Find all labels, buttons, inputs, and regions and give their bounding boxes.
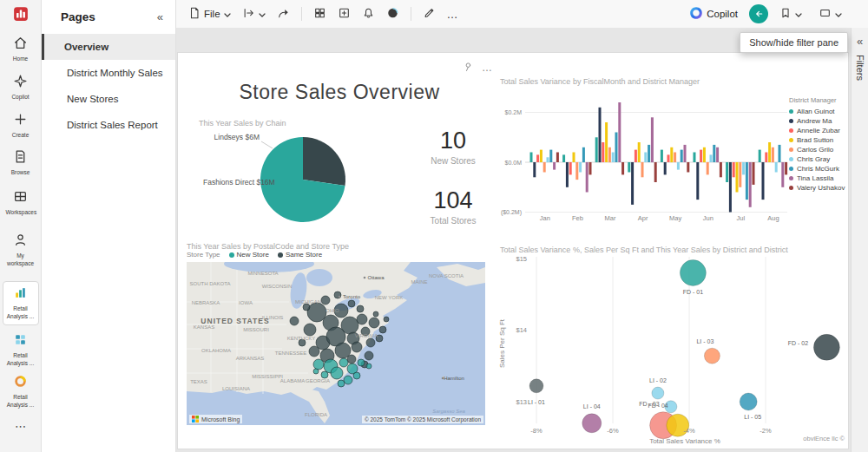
svg-text:Jan: Jan: [540, 214, 550, 222]
bookmarks-button[interactable]: [774, 3, 807, 24]
pencil-icon: [423, 7, 436, 21]
legend-item[interactable]: Allan Guinot: [789, 107, 850, 116]
app-grid-icon: [13, 332, 28, 350]
export-button[interactable]: [237, 3, 271, 24]
legend-label: Same Store: [286, 251, 322, 259]
add-box-icon: [338, 7, 351, 21]
svg-text:Jun: Jun: [703, 214, 713, 222]
svg-text:($0.2M): ($0.2M): [501, 209, 522, 216]
svg-text:Lindseys $6M: Lindseys $6M: [214, 133, 260, 141]
nav-more-button[interactable]: ⋯: [15, 420, 26, 433]
edit-button[interactable]: [418, 3, 441, 24]
add-button[interactable]: [332, 3, 356, 24]
nav-report-retail-analysis-2[interactable]: Retail Analysis ...: [1, 332, 41, 368]
toolbar-right-group: Copilot: [684, 3, 861, 25]
svg-text:MISSISSIPPI: MISSISSIPPI: [252, 374, 283, 379]
scatter-chart[interactable]: LI - 01LI - 04LI - 02FD - 03FD - 04FD - …: [496, 252, 846, 445]
svg-text:Jul: Jul: [737, 214, 746, 222]
bell-icon: [362, 7, 375, 21]
page-item-overview[interactable]: Overview: [42, 34, 175, 60]
legend-label: Chris McGurk: [797, 165, 839, 173]
nav-report-retail-analysis-1[interactable]: Retail Analysis ...: [3, 281, 39, 325]
nav-report-retail-analysis-3[interactable]: Retail Analysis ...: [1, 374, 41, 409]
svg-text:MICHIGAN: MICHIGAN: [295, 299, 321, 305]
page-item-district-monthly-sales[interactable]: District Monthly Sales: [42, 60, 175, 86]
legend-item[interactable]: Carlos Grilo: [789, 145, 850, 154]
column-chart[interactable]: $0.2M$0.0M($0.2M)JanFebMarAprMayJunJulAu…: [487, 86, 789, 232]
svg-text:VIRGINIA: VIRGINIA: [355, 333, 378, 338]
pages-pane: Pages « Overview District Monthly Sales …: [42, 0, 176, 452]
nav-create[interactable]: Create: [1, 112, 41, 140]
legend-label: Brad Sutton: [797, 136, 833, 144]
filters-pane-label[interactable]: Filters: [855, 55, 865, 81]
nav-browse[interactable]: Browse: [1, 149, 41, 177]
svg-text:Mar: Mar: [605, 214, 616, 222]
legend-item[interactable]: Brad Sutton: [789, 135, 850, 145]
screen-rect-icon: [819, 7, 832, 21]
pin-icon[interactable]: [463, 60, 473, 75]
map-attribution: © 2025 TomTom © 2025 Microsoft Corporati…: [362, 416, 483, 423]
map-legend-new-store[interactable]: New Store: [229, 251, 269, 259]
file-menu-button[interactable]: File: [183, 3, 236, 24]
view-grid-button[interactable]: [308, 3, 332, 24]
teal-arrow-badge[interactable]: [749, 4, 768, 23]
bing-logo[interactable]: Microsoft Bing: [189, 415, 242, 423]
nav-workspaces[interactable]: Workspaces: [1, 189, 41, 217]
visual-more-icon[interactable]: …: [482, 62, 492, 74]
more-options-button[interactable]: …: [442, 4, 464, 24]
document-icon: [13, 149, 28, 167]
legend-item[interactable]: Andrew Ma: [789, 116, 850, 126]
copilot-button[interactable]: Copilot: [684, 3, 743, 25]
nav-copilot[interactable]: Copilot: [1, 74, 41, 102]
toolbar-divider: [411, 7, 411, 21]
collapse-pages-icon[interactable]: «: [157, 10, 163, 23]
svg-text:Aug: Aug: [767, 214, 779, 222]
powerbi-logo[interactable]: [13, 6, 29, 25]
chevron-down-icon: [224, 9, 231, 19]
legend-label: Tina Lassila: [797, 174, 833, 182]
file-menu-label: File: [204, 9, 220, 19]
powerbi-logo-icon: [13, 6, 29, 22]
legend-item[interactable]: Chris McGurk: [789, 164, 850, 174]
sales-map[interactable]: MINNESOTASOUTH DAKOTAWISCONSINMICHIGANIO…: [187, 262, 485, 425]
svg-text:FD - 04: FD - 04: [648, 403, 667, 409]
svg-text:FD - 01: FD - 01: [683, 289, 703, 295]
map-title: This Year Sales by PostalCode and Store …: [187, 242, 349, 251]
legend-label: Andrew Ma: [797, 117, 832, 125]
map-canvas[interactable]: MINNESOTASOUTH DAKOTAWISCONSINMICHIGANIO…: [187, 262, 485, 425]
svg-text:OHIO: OHIO: [326, 308, 339, 313]
svg-text:LI - 01: LI - 01: [528, 399, 545, 405]
svg-text:MISSOURI: MISSOURI: [243, 327, 269, 332]
more-icon: …: [447, 8, 459, 21]
map-legend-same-store[interactable]: Same Store: [278, 251, 322, 259]
bar-chart-icon: [13, 285, 28, 304]
legend-item[interactable]: Chris Gray: [789, 154, 850, 164]
sticker-button[interactable]: [381, 3, 404, 24]
person-icon: [13, 233, 28, 251]
powerbi-app: Home Copilot Create Browse Workspaces My…: [0, 0, 868, 452]
view-mode-button[interactable]: [813, 3, 847, 24]
nav-report-label: Retail Analysis ...: [6, 352, 36, 368]
nav-home[interactable]: Home: [1, 36, 41, 63]
report-toolbar: File: [176, 0, 868, 28]
svg-text:$15: $15: [516, 255, 527, 263]
page-item-label: New Stores: [67, 94, 118, 104]
page-item-district-sales-report[interactable]: District Sales Report: [42, 112, 175, 138]
subscribe-button[interactable]: [357, 3, 380, 24]
chevron-down-icon: [259, 9, 266, 19]
legend-item[interactable]: Valery Ushakov: [789, 183, 850, 193]
page-item-label: District Sales Report: [67, 120, 158, 130]
page-item-new-stores[interactable]: New Stores: [42, 86, 175, 112]
home-icon: [13, 36, 28, 54]
chevron-down-icon: [795, 9, 802, 19]
share-button[interactable]: [272, 3, 295, 24]
copilot-logo-icon: [689, 6, 703, 22]
legend-item[interactable]: Annelie Zubar: [789, 126, 850, 135]
svg-text:Ottawa: Ottawa: [367, 275, 385, 280]
nav-my-workspace[interactable]: My workspace: [1, 233, 41, 268]
legend-dot: [789, 147, 793, 152]
svg-text:LI - 03: LI - 03: [696, 338, 713, 344]
expand-filters-icon[interactable]: «: [857, 35, 863, 48]
legend-item[interactable]: Tina Lassila: [789, 174, 850, 183]
back-arrow-icon: [753, 9, 764, 19]
